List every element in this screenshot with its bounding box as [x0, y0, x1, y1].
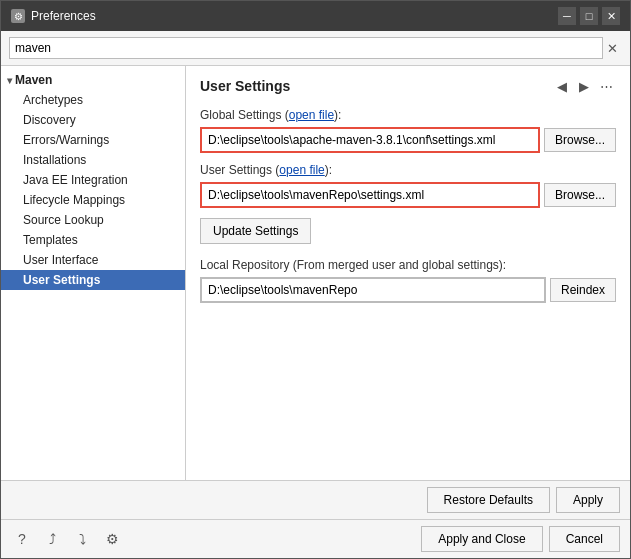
user-settings-link[interactable]: open file	[279, 163, 324, 177]
export-button[interactable]: ⤴	[41, 528, 63, 550]
bottom-bar-row2: ? ⤴ ⤵ ⚙ Apply and Close Cancel	[1, 519, 630, 558]
sidebar-item-user-interface[interactable]: User Interface	[1, 250, 185, 270]
sidebar-item-source-lookup[interactable]: Source Lookup	[1, 210, 185, 230]
maven-arrow-icon: ▾	[7, 75, 12, 86]
minimize-button[interactable]: ─	[558, 7, 576, 25]
toolbar-more-button[interactable]: ⋯	[596, 76, 616, 96]
sidebar-item-lifecycle-mappings[interactable]: Lifecycle Mappings	[1, 190, 185, 210]
local-repo-row: Reindex	[200, 277, 616, 303]
global-settings-link[interactable]: open file	[289, 108, 334, 122]
window-icon: ⚙	[11, 9, 25, 23]
sidebar-item-java-ee[interactable]: Java EE Integration	[1, 170, 185, 190]
right-panel: User Settings ◀ ▶ ⋯ Global Settings (ope…	[186, 66, 630, 480]
import-button[interactable]: ⤵	[71, 528, 93, 550]
local-repo-label: Local Repository (From merged user and g…	[200, 258, 616, 272]
cancel-button[interactable]: Cancel	[549, 526, 620, 552]
sidebar-item-user-settings[interactable]: User Settings	[1, 270, 185, 290]
user-browse-button[interactable]: Browse...	[544, 183, 616, 207]
main-content: ▾ Maven Archetypes Discovery Errors/Warn…	[1, 66, 630, 480]
title-bar-left: ⚙ Preferences	[11, 9, 96, 23]
update-settings-button[interactable]: Update Settings	[200, 218, 311, 244]
user-settings-row: Browse...	[200, 182, 616, 208]
sidebar-item-errors-warnings[interactable]: Errors/Warnings	[1, 130, 185, 150]
panel-header: User Settings ◀ ▶ ⋯	[200, 76, 616, 96]
apply-button[interactable]: Apply	[556, 487, 620, 513]
search-input[interactable]	[9, 37, 603, 59]
global-settings-row: Browse...	[200, 127, 616, 153]
global-settings-label: Global Settings (open file):	[200, 108, 616, 122]
close-button[interactable]: ✕	[602, 7, 620, 25]
toolbar-back-button[interactable]: ◀	[552, 76, 572, 96]
help-button[interactable]: ?	[11, 528, 33, 550]
sidebar-item-discovery[interactable]: Discovery	[1, 110, 185, 130]
sidebar-item-archetypes[interactable]: Archetypes	[1, 90, 185, 110]
preferences-window: ⚙ Preferences ─ □ ✕ ✕ ▾ Maven Archetypes…	[0, 0, 631, 559]
search-bar: ✕	[1, 31, 630, 66]
sidebar: ▾ Maven Archetypes Discovery Errors/Warn…	[1, 66, 186, 480]
sidebar-item-maven-parent[interactable]: ▾ Maven	[1, 70, 185, 90]
toolbar-forward-button[interactable]: ▶	[574, 76, 594, 96]
global-browse-button[interactable]: Browse...	[544, 128, 616, 152]
user-settings-input[interactable]	[200, 182, 540, 208]
gear-button[interactable]: ⚙	[101, 528, 123, 550]
local-repo-input[interactable]	[200, 277, 546, 303]
bottom-actions: Apply and Close Cancel	[421, 526, 620, 552]
panel-title: User Settings	[200, 78, 290, 94]
bottom-bar-row1: Restore Defaults Apply	[1, 481, 630, 519]
maven-label: Maven	[15, 73, 52, 87]
apply-close-button[interactable]: Apply and Close	[421, 526, 542, 552]
window-title: Preferences	[31, 9, 96, 23]
title-bar: ⚙ Preferences ─ □ ✕	[1, 1, 630, 31]
global-settings-input[interactable]	[200, 127, 540, 153]
reindex-button[interactable]: Reindex	[550, 278, 616, 302]
update-settings-container: Update Settings	[200, 218, 616, 258]
title-bar-controls: ─ □ ✕	[558, 7, 620, 25]
sidebar-item-installations[interactable]: Installations	[1, 150, 185, 170]
restore-defaults-button[interactable]: Restore Defaults	[427, 487, 550, 513]
sidebar-item-templates[interactable]: Templates	[1, 230, 185, 250]
search-clear-button[interactable]: ✕	[603, 39, 622, 58]
user-settings-label: User Settings (open file):	[200, 163, 616, 177]
bottom-bar: Restore Defaults Apply ? ⤴ ⤵ ⚙ Apply and…	[1, 480, 630, 558]
bottom-icons: ? ⤴ ⤵ ⚙	[11, 528, 123, 550]
maximize-button[interactable]: □	[580, 7, 598, 25]
panel-toolbar: ◀ ▶ ⋯	[552, 76, 616, 96]
